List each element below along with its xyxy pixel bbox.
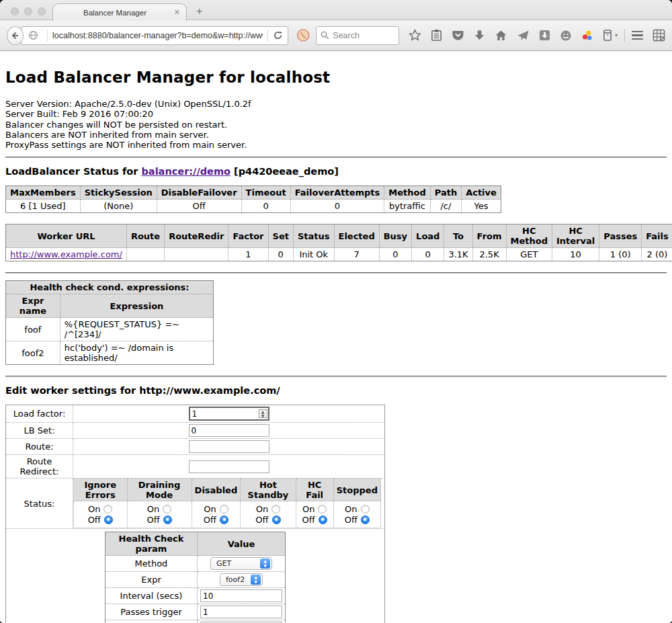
method-label: Method bbox=[106, 556, 198, 572]
cell-factor: 1 bbox=[228, 248, 268, 261]
container-icon[interactable] bbox=[603, 29, 612, 42]
search-placeholder: Search bbox=[333, 31, 360, 40]
ignore-errors-off-radio[interactable] bbox=[104, 515, 113, 524]
url-bar[interactable]: localhost:8880/balancer-manager?b=demo&w… bbox=[21, 26, 288, 45]
col-hc-value: Value bbox=[198, 532, 286, 556]
stopped-on-radio[interactable] bbox=[361, 505, 370, 513]
radio-off-label: Off bbox=[255, 515, 268, 525]
health-check-table: Health Check param Value Method GET ▲▼ bbox=[105, 532, 286, 623]
col-worker-url: Worker URL bbox=[6, 224, 127, 248]
disabled-off-radio[interactable] bbox=[220, 515, 228, 524]
back-button[interactable] bbox=[7, 26, 24, 45]
status-table: Ignore Errors Draining Mode Disabled Hot… bbox=[73, 479, 381, 528]
table-header-row: Health Check param Value bbox=[106, 532, 286, 556]
hc-fail-off-radio[interactable] bbox=[319, 515, 327, 524]
send-plane-icon[interactable] bbox=[517, 30, 530, 42]
worker-url-link[interactable]: http://www.example.com/ bbox=[10, 249, 122, 259]
feedback-smiley-icon[interactable] bbox=[560, 30, 572, 42]
colored-dots-extension-icon[interactable] bbox=[581, 30, 593, 42]
radio-off-label: Off bbox=[204, 515, 216, 525]
tab-balancer-manager[interactable]: Balancer Manager ✕ bbox=[52, 3, 187, 21]
server-info: Server Version: Apache/2.5.0-dev (Unix) … bbox=[5, 99, 667, 150]
col-disabled: Disabled bbox=[192, 479, 241, 501]
cell-failoverattempts: 0 bbox=[290, 200, 384, 213]
radio-off-label: Off bbox=[146, 515, 159, 525]
cell-stickysession: (None) bbox=[80, 200, 157, 213]
hc-fail-radios: On Off bbox=[296, 501, 333, 528]
cell-expression: %{REQUEST_STATUS} =~ /^[234]/ bbox=[60, 318, 213, 341]
ignore-errors-on-radio[interactable] bbox=[103, 505, 112, 513]
col-method: Method bbox=[384, 186, 430, 200]
navigation-toolbar: localhost:8880/balancer-manager?b=demo&w… bbox=[0, 20, 672, 51]
table-row: http://www.example.com/ 1 0 Init Ok 7 0 … bbox=[6, 248, 672, 261]
home-icon[interactable] bbox=[495, 30, 507, 42]
reading-list-icon[interactable] bbox=[431, 29, 442, 42]
table-header-row: Worker URL Route RouteRedir Factor Set S… bbox=[6, 224, 672, 248]
table-header-row: MaxMembers StickySession DisableFailover… bbox=[6, 186, 501, 200]
search-bar[interactable]: Search bbox=[316, 26, 399, 45]
hc-fail-on-radio[interactable] bbox=[318, 505, 327, 513]
hot-standby-on-radio[interactable] bbox=[271, 505, 280, 513]
col-route: Route bbox=[126, 224, 164, 248]
minimize-window-button[interactable] bbox=[24, 7, 32, 15]
bookmark-star-icon[interactable] bbox=[409, 29, 421, 42]
downloads-extension-icon[interactable] bbox=[539, 30, 550, 41]
cell-active: Yes bbox=[462, 200, 501, 213]
block-extension-icon[interactable] bbox=[296, 28, 310, 43]
col-expression: Expression bbox=[60, 294, 213, 318]
menu-button[interactable] bbox=[632, 31, 643, 40]
lb-set-input[interactable] bbox=[189, 424, 269, 437]
passes-input[interactable] bbox=[200, 606, 282, 618]
draining-mode-on-radio[interactable] bbox=[163, 505, 171, 513]
load-factor-input[interactable] bbox=[189, 407, 269, 421]
radio-on-label: On bbox=[302, 504, 314, 514]
cell-routeredir bbox=[165, 248, 228, 261]
lb-set-row: LB Set: bbox=[6, 423, 385, 439]
col-status: Status bbox=[293, 224, 334, 248]
col-elected: Elected bbox=[334, 224, 379, 248]
route-input[interactable] bbox=[189, 440, 269, 453]
url-divider-2 bbox=[267, 30, 268, 42]
grid-panel-icon[interactable] bbox=[653, 29, 665, 42]
interval-row: Interval (secs) bbox=[106, 588, 286, 604]
number-spinner-icon[interactable]: ▲▼ bbox=[259, 409, 267, 418]
balancer-demo-link[interactable]: balancer://demo bbox=[141, 166, 230, 177]
table-row: 6 [1 Used] (None) Off 0 0 bytraffic /c/ … bbox=[6, 200, 501, 213]
reload-icon[interactable] bbox=[273, 30, 283, 40]
route-redirect-row: Route Redirect: bbox=[6, 455, 385, 479]
cell-expr-name: foof bbox=[6, 318, 60, 341]
load-factor-row: Load factor: ▲▼ bbox=[6, 405, 385, 423]
cell-expression: hc('body') =~ /domain is established/ bbox=[60, 341, 213, 365]
edit-worker-form: Load factor: ▲▼ LB Set: Route: Route Red… bbox=[5, 405, 385, 623]
col-set: Set bbox=[268, 224, 293, 248]
hot-standby-off-radio[interactable] bbox=[272, 515, 281, 524]
col-hc-fail: HC Fail bbox=[296, 479, 333, 501]
loadbalancer-status-heading: LoadBalancer Status for balancer://demo … bbox=[5, 166, 667, 177]
chevron-down-icon[interactable]: ▾ bbox=[615, 32, 618, 38]
hot-standby-radios: On Off bbox=[241, 501, 296, 528]
close-window-button[interactable] bbox=[11, 7, 19, 15]
proxypass-notice-line: ProxyPass settings are NOT inherited fro… bbox=[5, 140, 667, 150]
globe-icon bbox=[28, 30, 38, 40]
col-busy: Busy bbox=[379, 224, 411, 248]
url-text[interactable]: localhost:8880/balancer-manager?b=demo&w… bbox=[52, 31, 263, 40]
stopped-off-radio[interactable] bbox=[361, 515, 370, 524]
method-select[interactable]: GET ▲▼ bbox=[210, 557, 272, 570]
toolbar-divider bbox=[624, 29, 625, 42]
interval-input[interactable] bbox=[200, 589, 282, 602]
cell-from: 2.5K bbox=[472, 248, 506, 261]
disabled-on-radio[interactable] bbox=[220, 505, 228, 513]
tab-close-icon[interactable]: ✕ bbox=[174, 8, 180, 17]
draining-mode-off-radio[interactable] bbox=[163, 515, 172, 524]
cell-route bbox=[126, 248, 164, 261]
pocket-icon[interactable] bbox=[452, 30, 464, 42]
new-tab-button[interactable]: + bbox=[196, 5, 202, 17]
download-icon[interactable] bbox=[474, 30, 485, 42]
cell-expr-name: foof2 bbox=[6, 341, 60, 365]
zoom-window-button[interactable] bbox=[38, 7, 46, 15]
route-redirect-input[interactable] bbox=[189, 460, 269, 473]
window-controls[interactable] bbox=[11, 7, 46, 15]
expr-select[interactable]: foof2 ▲▼ bbox=[220, 573, 263, 586]
table-row: foof2 hc('body') =~ /domain is establish… bbox=[6, 341, 214, 365]
col-hot-standby: Hot Standby bbox=[241, 479, 296, 501]
